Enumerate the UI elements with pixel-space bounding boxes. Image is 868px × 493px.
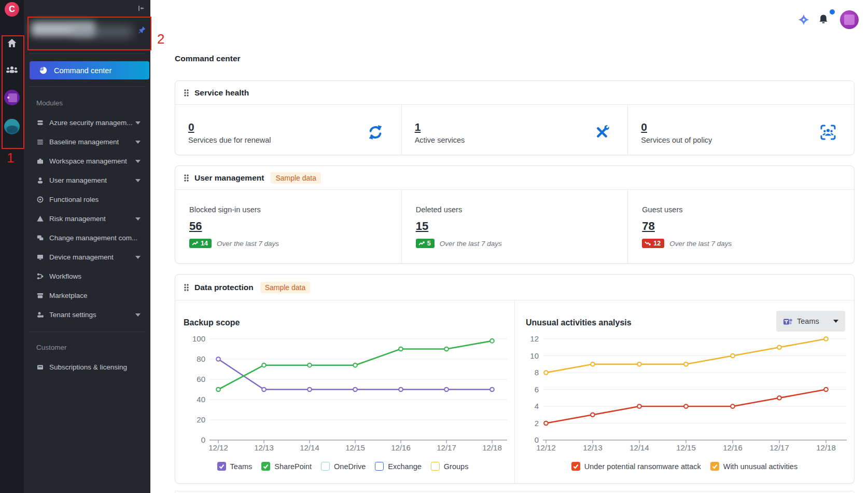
sidebar-item-device-management[interactable]: Device management bbox=[24, 248, 150, 267]
svg-text:12/13: 12/13 bbox=[254, 443, 274, 452]
sidebar-item-azure-security-managem[interactable]: Azure security managem... bbox=[24, 113, 150, 132]
module-icon bbox=[36, 215, 44, 222]
drag-handle-icon[interactable] bbox=[184, 284, 189, 291]
svg-text:12/14: 12/14 bbox=[629, 443, 649, 452]
legend-item-exchange[interactable]: Exchange bbox=[375, 462, 422, 471]
legend-item-sharepoint[interactable]: SharePoint bbox=[261, 462, 312, 471]
chart-title: Unusual activities analysis bbox=[526, 318, 632, 327]
sidebar-item-label: Azure security managem... bbox=[49, 119, 133, 127]
chevron-down-icon bbox=[135, 313, 141, 317]
svg-text:12: 12 bbox=[530, 334, 539, 343]
stat-deleted-users: Deleted users 15 5 Over the last 7 days bbox=[402, 190, 628, 263]
sidebar-item-baseline-management[interactable]: Baseline management bbox=[24, 132, 150, 152]
backup-scope-legend: TeamsSharePointOneDriveExchangeGroups bbox=[175, 462, 514, 471]
trend-up-icon bbox=[192, 240, 199, 246]
chevron-down-icon bbox=[135, 256, 141, 259]
stat-value-link[interactable]: 0 bbox=[641, 121, 647, 133]
sidebar-item-label: Functional roles bbox=[49, 196, 99, 203]
copilot-sparkle-icon[interactable] bbox=[797, 13, 810, 28]
checkbox-unchecked-icon[interactable] bbox=[321, 462, 330, 471]
legend-item-under-potential-ransomware-attack[interactable]: Under potential ransomware attack bbox=[571, 462, 701, 471]
chevron-down-icon bbox=[135, 160, 141, 163]
svg-text:60: 60 bbox=[197, 375, 205, 384]
user-avatar[interactable] bbox=[840, 10, 859, 29]
drag-handle-icon[interactable] bbox=[184, 174, 189, 182]
sidebar-item-label: Change management com... bbox=[49, 234, 137, 242]
sidebar: Command center Modules Azure security ma… bbox=[24, 0, 150, 493]
stat-value-link[interactable]: 78 bbox=[642, 220, 654, 233]
svg-text:10: 10 bbox=[530, 351, 539, 360]
svg-text:0: 0 bbox=[201, 435, 205, 444]
sidebar-item-tenant-settings[interactable]: Tenant settings bbox=[24, 305, 150, 324]
checkbox-checked-icon[interactable] bbox=[571, 462, 580, 471]
svg-text:80: 80 bbox=[197, 354, 205, 363]
svg-text:12/16: 12/16 bbox=[723, 443, 743, 452]
unusual-activities-section: Unusual activities analysis Teams 024681… bbox=[514, 300, 854, 483]
notifications-bell-icon[interactable] bbox=[818, 13, 829, 27]
annotation-rect-2 bbox=[27, 17, 151, 50]
stat-period: Over the last 7 days bbox=[669, 240, 732, 248]
stat-period: Over the last 7 days bbox=[440, 240, 502, 248]
sidebar-item-user-management[interactable]: User management bbox=[24, 171, 150, 190]
stat-value-link[interactable]: 1 bbox=[415, 121, 421, 133]
sidebar-item-label: Workflows bbox=[49, 272, 81, 280]
sample-data-badge: Sample data bbox=[260, 282, 311, 293]
svg-text:4: 4 bbox=[535, 402, 539, 410]
group-scan-icon bbox=[820, 124, 836, 141]
collapse-sidebar-icon[interactable] bbox=[137, 4, 145, 15]
checkbox-checked-icon[interactable] bbox=[217, 462, 226, 471]
svg-text:12/12: 12/12 bbox=[536, 443, 556, 452]
legend-label: With unusual activities bbox=[723, 462, 797, 471]
chevron-down-icon bbox=[135, 141, 141, 144]
stat-value-link[interactable]: 56 bbox=[189, 220, 202, 233]
notification-dot bbox=[830, 7, 835, 17]
legend-item-teams[interactable]: Teams bbox=[217, 462, 253, 471]
annotation-rect-1 bbox=[2, 35, 24, 149]
svg-text:20: 20 bbox=[197, 415, 205, 424]
legend-item-groups[interactable]: Groups bbox=[431, 462, 469, 471]
main-content: Command center Service health 0 Services… bbox=[150, 0, 868, 493]
module-icon bbox=[36, 254, 44, 261]
card-title: Service health bbox=[194, 88, 249, 98]
sidebar-item-workspace-management[interactable]: Workspace management bbox=[24, 152, 150, 171]
customer-heading: Customer bbox=[36, 344, 67, 351]
sidebar-item-label: Marketplace bbox=[49, 292, 88, 299]
sidebar-item-label: Subscriptions & licensing bbox=[49, 363, 127, 371]
backup-scope-section: Backup scope 02040608010012/1212/1312/14… bbox=[175, 300, 514, 483]
legend-item-with-unusual-activities[interactable]: With unusual activities bbox=[710, 462, 797, 471]
svg-text:12/12: 12/12 bbox=[208, 443, 228, 452]
trend-down-icon bbox=[645, 240, 651, 246]
stat-label: Active services bbox=[415, 136, 465, 144]
sidebar-item-change-management-com[interactable]: Change management com... bbox=[24, 228, 150, 248]
card-title: User management bbox=[194, 173, 264, 183]
chevron-down-icon bbox=[135, 217, 141, 221]
stat-services-due-renewal: 0 Services due for renewal bbox=[175, 105, 402, 155]
checkbox-checked-icon[interactable] bbox=[261, 462, 270, 471]
module-icon bbox=[36, 196, 44, 203]
checkbox-checked-icon[interactable] bbox=[710, 462, 719, 471]
coreview-logo[interactable]: C bbox=[5, 2, 19, 17]
sidebar-item-functional-roles[interactable]: Functional roles bbox=[24, 190, 150, 209]
checkbox-unchecked-icon[interactable] bbox=[431, 462, 440, 471]
drag-handle-icon[interactable] bbox=[184, 89, 189, 97]
sidebar-item-subscriptions-licensing[interactable]: Subscriptions & licensing bbox=[24, 358, 150, 377]
sidebar-item-marketplace[interactable]: Marketplace bbox=[24, 286, 150, 305]
sidebar-item-workflows[interactable]: Workflows bbox=[24, 267, 150, 286]
sidebar-item-label: Workspace management bbox=[49, 157, 127, 165]
refresh-icon bbox=[367, 124, 384, 141]
chevron-down-icon bbox=[135, 179, 141, 182]
stat-value-link[interactable]: 0 bbox=[188, 121, 194, 133]
app-window: C Command center bbox=[0, 0, 868, 493]
sidebar-item-command-center[interactable]: Command center bbox=[30, 61, 149, 79]
sidebar-item-risk-management[interactable]: Risk management bbox=[24, 209, 150, 228]
next-card-edge bbox=[175, 491, 855, 493]
checkbox-unchecked-icon[interactable] bbox=[375, 462, 384, 471]
legend-label: SharePoint bbox=[274, 462, 312, 471]
svg-text:6: 6 bbox=[535, 385, 539, 394]
stat-value-link[interactable]: 15 bbox=[416, 220, 428, 233]
module-icon bbox=[36, 177, 44, 184]
legend-item-onedrive[interactable]: OneDrive bbox=[321, 462, 366, 471]
module-icon bbox=[36, 364, 44, 371]
svg-text:12/17: 12/17 bbox=[769, 443, 789, 452]
svg-text:12/13: 12/13 bbox=[583, 443, 603, 452]
